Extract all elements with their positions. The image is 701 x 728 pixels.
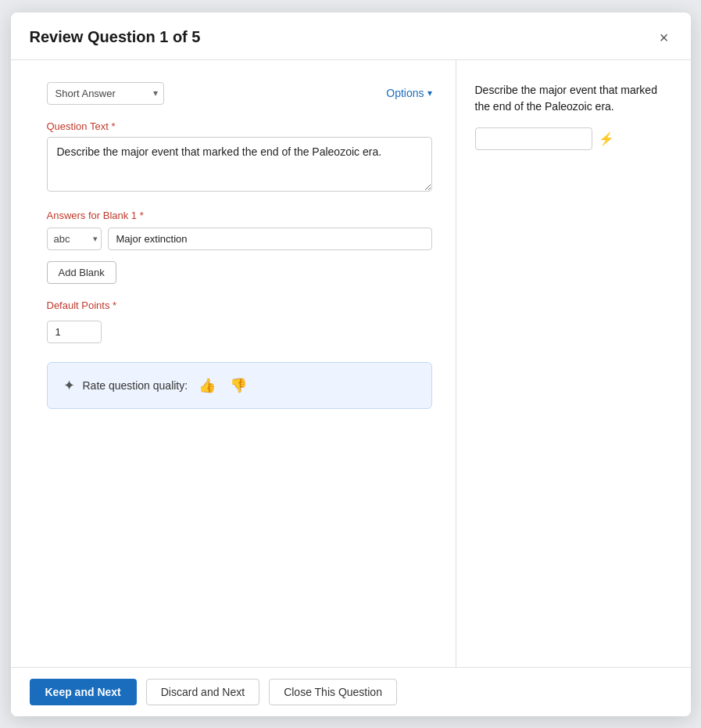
close-button[interactable]: × [656, 27, 672, 48]
keep-and-next-button[interactable]: Keep and Next [30, 679, 137, 705]
answer-type-select[interactable]: abc Aa 123 [47, 228, 102, 250]
review-modal: Review Question 1 of 5 × Short Answer Mu… [11, 13, 691, 716]
answers-row: abc Aa 123 ▾ [47, 228, 432, 250]
options-button[interactable]: Options ▾ [386, 87, 431, 99]
question-type-select[interactable]: Short Answer Multiple Choice True/False … [47, 82, 164, 105]
options-chevron-icon: ▾ [427, 88, 432, 99]
right-panel: Describe the major event that marked the… [456, 60, 691, 667]
answers-label: Answers for Blank 1 * [47, 210, 432, 221]
modal-body: Short Answer Multiple Choice True/False … [11, 60, 691, 667]
abc-select-wrapper: abc Aa 123 ▾ [47, 228, 102, 250]
points-label: Default Points * [47, 299, 432, 311]
type-select-wrapper: Short Answer Multiple Choice True/False … [47, 82, 164, 105]
close-this-question-button[interactable]: Close This Question [269, 679, 397, 705]
quality-box: ✦ Rate question quality: 👍 👎 [47, 362, 432, 409]
discard-and-next-button[interactable]: Discard and Next [146, 679, 259, 705]
answer-input[interactable] [108, 228, 432, 250]
sparkle-icon: ✦ [63, 377, 75, 394]
thumbs-down-button[interactable]: 👎 [227, 375, 250, 396]
points-section: Default Points * [47, 299, 432, 343]
quality-label: Rate question quality: [83, 379, 188, 392]
points-input[interactable] [47, 321, 102, 343]
add-blank-button[interactable]: Add Blank [47, 261, 116, 284]
answers-section: Answers for Blank 1 * abc Aa 123 ▾ [47, 210, 432, 250]
modal-footer: Keep and Next Discard and Next Close Thi… [11, 667, 691, 716]
question-textarea[interactable]: Describe the major event that marked the… [47, 137, 432, 192]
thumbs-up-button[interactable]: 👍 [195, 375, 219, 396]
preview-answer-input[interactable] [475, 127, 592, 150]
preview-input-row: ⚡ [475, 127, 672, 150]
preview-question-text: Describe the major event that marked the… [475, 82, 672, 115]
type-row: Short Answer Multiple Choice True/False … [47, 82, 432, 105]
modal-header: Review Question 1 of 5 × [11, 13, 691, 60]
left-panel: Short Answer Multiple Choice True/False … [11, 60, 456, 667]
question-text-label: Question Text * [47, 120, 432, 132]
check-icon: ⚡ [599, 131, 614, 146]
modal-title: Review Question 1 of 5 [30, 28, 201, 46]
options-label: Options [386, 87, 424, 99]
